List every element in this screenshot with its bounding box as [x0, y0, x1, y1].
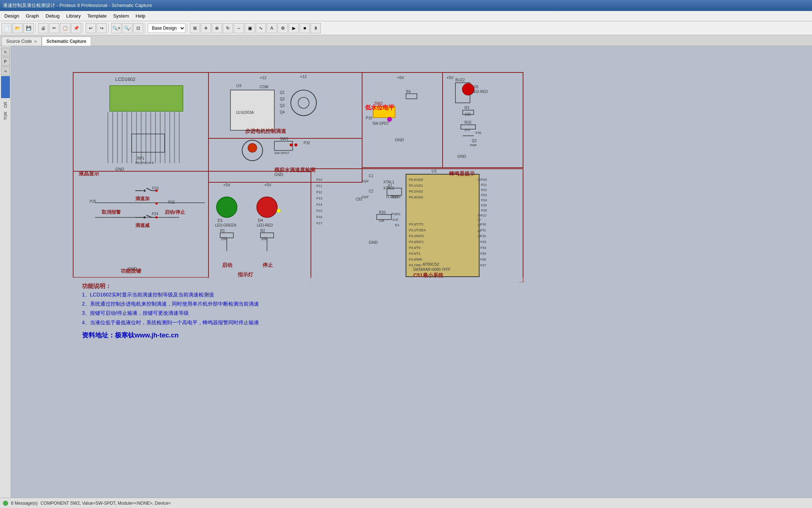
svg-text:100: 100 — [465, 112, 471, 116]
titlebar: 液速控制及液位检测设计 - Proteus 8 Professional - S… — [0, 0, 812, 11]
svg-text:P0.1/AD1: P0.1/AD1 — [409, 184, 423, 187]
tab-source-code-close[interactable]: ✕ — [34, 40, 37, 44]
label-c51: C51最小系统 — [413, 272, 443, 279]
svg-text:Q1: Q1 — [280, 90, 285, 94]
tab-schematic[interactable]: Schematic Capture — [42, 37, 91, 46]
svg-text:P23: P23 — [152, 186, 159, 190]
menu-template[interactable]: Template — [84, 12, 110, 20]
svg-text:P3.0/T/T2: P3.0/T/T2 — [409, 223, 424, 226]
toolbar-prop[interactable]: ⚙ — [278, 23, 288, 33]
svg-text:R3: R3 — [465, 106, 469, 110]
svg-text:P0.0/AD0: P0.0/AD0 — [409, 178, 423, 182]
toolbar-new[interactable]: 📄 — [1, 23, 12, 33]
menu-help[interactable]: Help — [133, 12, 149, 20]
svg-point-87 — [155, 190, 158, 192]
toolbar-mirror[interactable]: ↔ — [234, 23, 244, 33]
menu-graph[interactable]: Graph — [23, 12, 42, 20]
svg-text:22pF: 22pF — [361, 195, 369, 199]
svg-text:R4: R4 — [406, 90, 411, 94]
svg-text:C1: C1 — [369, 174, 373, 178]
svg-text:ALE: ALE — [392, 218, 398, 221]
svg-text:12: 12 — [477, 234, 481, 238]
toolbar-redo[interactable]: ↪ — [97, 23, 107, 33]
svg-text:P23: P23 — [481, 193, 487, 197]
svg-text:30: 30 — [477, 218, 481, 221]
desc-website: 资料地址：极寒钛www.jh-tec.cn — [82, 331, 514, 340]
titlebar-text: 液速控制及液位检测设计 - Proteus 8 Professional - S… — [3, 2, 152, 9]
left-btn-wire[interactable]: ∿ — [1, 67, 10, 75]
toolbar-sim-stop[interactable]: ■ — [300, 23, 310, 33]
svg-text:+5V: +5V — [397, 75, 405, 80]
svg-point-75 — [248, 143, 257, 152]
svg-text:R10: R10 — [465, 120, 471, 124]
svg-text:P0.3/AD3: P0.3/AD3 — [409, 195, 423, 199]
toolbar-move[interactable]: ⊕ — [212, 23, 222, 33]
toolbar-rotate[interactable]: ↻ — [223, 23, 233, 33]
svg-text:Q2: Q2 — [472, 139, 477, 143]
toolbar-select[interactable]: ▣ — [245, 23, 255, 33]
svg-text:P11: P11 — [316, 184, 322, 188]
svg-rect-2 — [362, 72, 443, 168]
toolbar-open[interactable]: 📂 — [12, 23, 23, 33]
svg-text:P17: P17 — [316, 221, 322, 225]
svg-text:PNP: PNP — [470, 143, 477, 147]
svg-text:R33: R33 — [379, 210, 386, 214]
desc-title: 功能说明： — [82, 283, 514, 290]
svg-text:U1: U1 — [432, 169, 437, 173]
toolbar-zoom-in[interactable]: 🔍+ — [111, 23, 121, 33]
tab-source-code[interactable]: Source Code ✕ — [1, 37, 42, 46]
svg-text:RST: RST — [391, 195, 399, 199]
svg-text:Q4: Q4 — [280, 110, 285, 114]
svg-text:P24: P24 — [152, 212, 158, 216]
svg-text:P27: P27 — [481, 214, 487, 217]
toolbar-save[interactable]: 💾 — [23, 23, 34, 33]
tabbar: Source Code ✕ Schematic Capture — [0, 35, 812, 46]
svg-text:+12: +12 — [300, 74, 307, 79]
description-area: 功能说明： 1、LCD1602实时显示当前滴速控制等级及当前滴速检测值 2、系统… — [77, 279, 519, 343]
label-start: 启动 — [222, 262, 232, 269]
svg-text:P22: P22 — [481, 188, 487, 192]
toolbar-copy[interactable]: 📋 — [60, 23, 70, 33]
svg-rect-30 — [230, 90, 274, 130]
svg-text:GND: GND — [395, 138, 404, 142]
toolbar-zoom-fit[interactable]: ⊡ — [133, 23, 143, 33]
svg-text:GND: GND — [457, 154, 466, 158]
toolbar-zoom-out[interactable]: 🔍- — [122, 23, 132, 33]
toolbar-label[interactable]: A — [267, 23, 277, 33]
svg-text:+5V: +5V — [223, 183, 231, 187]
svg-text:SW-SPST: SW-SPST — [274, 151, 289, 155]
svg-point-72 — [294, 143, 297, 146]
toolbar-grid[interactable]: ⊞ — [190, 23, 200, 33]
left-btn-component[interactable]: P — [1, 57, 10, 66]
main-layout: ↖ P ∿ OR TOR — [0, 46, 812, 498]
svg-text:C2: C2 — [369, 189, 373, 193]
svg-text:+5V: +5V — [446, 75, 454, 80]
svg-text:R1: R1 — [220, 229, 225, 233]
svg-rect-68 — [274, 141, 293, 150]
svg-point-92 — [143, 216, 146, 218]
desc-line-2: 3、按键可启动/停止输液，按键可更改滴速等级 — [82, 309, 514, 318]
svg-text:P32: P32 — [480, 234, 486, 238]
menu-design[interactable]: Design — [1, 12, 22, 20]
svg-line-84 — [146, 188, 152, 191]
left-btn-select[interactable]: ↖ — [1, 48, 10, 56]
toolbar-paste[interactable]: 📌 — [71, 23, 81, 33]
svg-text:P35: P35 — [475, 131, 481, 135]
desc-line-1: 2、系统通过控制步进电机来控制滴速，同时使用单片机外部中断检测当前滴速 — [82, 299, 514, 309]
menu-debug[interactable]: Debug — [43, 12, 63, 20]
svg-text:+5V: +5V — [264, 183, 272, 187]
svg-rect-3 — [443, 72, 523, 168]
toolbar-sim-pause[interactable]: ⏸ — [311, 23, 321, 33]
menu-library[interactable]: Library — [63, 12, 84, 20]
toolbar-sim-run[interactable]: ▶ — [289, 23, 299, 33]
menu-system[interactable]: System — [110, 12, 132, 20]
toolbar-cross[interactable]: ✛ — [201, 23, 211, 33]
toolbar-cut[interactable]: ✂ — [49, 23, 59, 33]
svg-text:P22: P22 — [168, 200, 175, 204]
base-design-dropdown[interactable]: Base Design — [148, 23, 185, 33]
canvas-area[interactable]: LCD1602 GND RP1 RESPACK-8 ULN2003A +12 +… — [11, 46, 812, 498]
toolbar-print[interactable]: 🖨 — [38, 23, 48, 33]
toolbar-undo[interactable]: ↩ — [86, 23, 96, 33]
toolbar-wire[interactable]: ∿ — [256, 23, 266, 33]
toolbar-sep4 — [145, 23, 146, 33]
